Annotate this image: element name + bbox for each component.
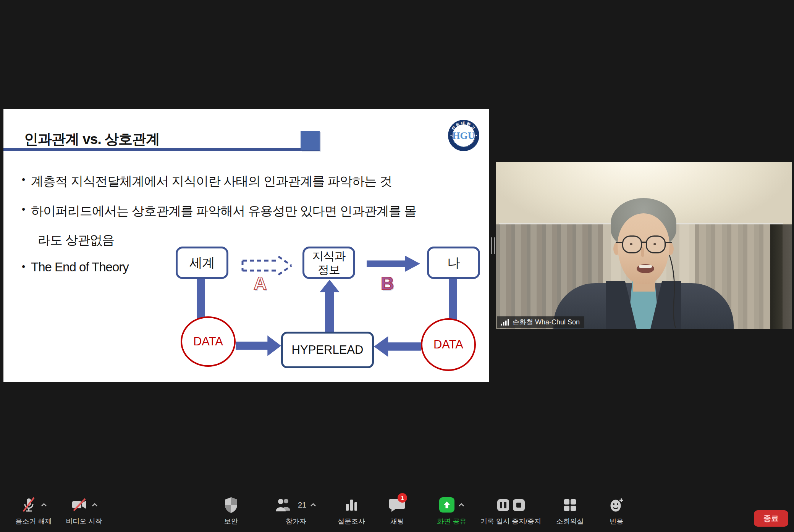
participants-icon	[276, 498, 294, 512]
participant-name: 손화철 Wha-Chul Son	[513, 318, 580, 327]
security-label: 보안	[224, 517, 238, 526]
bullet-text: 하이퍼리드에서는 상호관계를 파악해서 유용성만 있다면 인과관계를 몰	[31, 204, 416, 218]
chevron-up-icon[interactable]	[41, 503, 47, 507]
start-video-button[interactable]: 비디오 시작	[53, 496, 115, 526]
end-meeting-button[interactable]: 종료	[754, 510, 788, 527]
security-button[interactable]: 보안	[212, 496, 250, 526]
record-label: 기록 일시 중지/중지	[480, 517, 541, 526]
solid-arrow-b	[367, 256, 420, 272]
participants-label: 참가자	[286, 517, 306, 526]
chat-button[interactable]: 1 채팅	[380, 496, 414, 526]
glasses-temple-right	[665, 242, 672, 243]
bullet-text: 라도 상관없음	[38, 233, 114, 247]
participant-video: 손화철 Wha-Chul Son	[496, 162, 792, 329]
earphone-wire	[664, 251, 681, 328]
microphone-muted-icon	[20, 496, 37, 514]
share-screen-icon	[439, 497, 454, 513]
reactions-smiley-icon	[609, 497, 625, 513]
diagram-node-hyperlead: HYPERLEAD	[281, 332, 374, 368]
unmute-label: 음소거 해제	[15, 517, 52, 526]
bullet-line-3: • The End of Theory	[31, 260, 129, 274]
glasses-temple-left	[616, 242, 623, 243]
logo-monogram: HGU	[452, 130, 475, 141]
connector-world-to-data	[197, 279, 205, 322]
chat-label: 채팅	[390, 517, 404, 526]
diagram-node-knowledge: 지식과 정보	[302, 247, 355, 279]
arrow-dataleft-to-hyperlead	[236, 335, 281, 356]
diagram-node-me: 나	[427, 247, 480, 279]
diagram-node-world: 세계	[176, 247, 228, 279]
bullet-line-1: • 계층적 지식전달체계에서 지식이란 사태의 인과관계를 파악하는 것	[31, 173, 392, 190]
pause-recording-icon[interactable]	[497, 499, 509, 511]
person-eye-right	[653, 243, 656, 245]
participants-count: 21	[298, 501, 306, 509]
record-controls[interactable]: 기록 일시 중지/중지	[479, 496, 542, 526]
panel-resize-handle[interactable]	[491, 237, 495, 254]
diagram-node-data-left: DATA	[181, 316, 236, 367]
node-knowledge-line2: 정보	[318, 263, 340, 277]
diagram-label-a: A	[254, 273, 267, 294]
share-screen-button[interactable]: 화면 공유	[427, 496, 477, 526]
connector-me-to-data	[449, 279, 457, 320]
reactions-label: 반응	[610, 517, 624, 526]
reactions-button[interactable]: 반응	[600, 496, 633, 526]
diagram-label-b: B	[381, 273, 394, 294]
title-accent-square	[301, 131, 320, 150]
title-underline	[3, 148, 320, 151]
share-screen-label: 화면 공유	[437, 517, 466, 526]
breakout-grid-icon	[564, 499, 576, 511]
slide-title: 인과관계 vs. 상호관계	[24, 130, 160, 149]
wall-sliver	[783, 224, 792, 329]
bullet-line-2-continued: 라도 상관없음	[38, 232, 114, 249]
bullet-marker: •	[22, 261, 25, 272]
signal-strength-icon	[501, 319, 509, 326]
chevron-up-icon[interactable]	[458, 503, 464, 507]
person-teeth	[639, 265, 652, 268]
chevron-up-icon[interactable]	[310, 503, 316, 507]
node-knowledge-line1: 지식과	[312, 249, 346, 263]
chat-unread-badge: 1	[398, 493, 407, 503]
chevron-up-icon[interactable]	[92, 503, 98, 507]
polls-label: 설문조사	[338, 517, 365, 526]
participants-button[interactable]: 21 참가자	[267, 496, 325, 526]
person-mouth	[637, 264, 654, 273]
person-eye-left	[630, 243, 632, 245]
arrow-dataright-to-hyperlead	[374, 336, 421, 357]
bar-chart-icon	[344, 498, 359, 512]
curtain-gap	[770, 224, 783, 329]
up-arrow-hyperlead-to-knowledge	[320, 280, 340, 332]
person-nose	[641, 247, 644, 257]
university-logo: 한동대학교 HANDONG GLOBAL UNIVERSITY HGU	[448, 119, 480, 152]
bullet-line-2: • 하이퍼리드에서는 상호관계를 파악해서 유용성만 있다면 인과관계를 몰	[31, 203, 416, 220]
polls-button[interactable]: 설문조사	[332, 496, 370, 526]
shared-slide: 인과관계 vs. 상호관계 한동대학교 HANDONG GLOBAL UNIVE…	[3, 109, 489, 382]
participant-name-tag: 손화철 Wha-Chul Son	[497, 316, 584, 328]
handle-bar	[494, 237, 495, 254]
breakout-rooms-button[interactable]: 소회의실	[550, 496, 590, 526]
camera-off-icon	[70, 497, 88, 513]
bullet-marker: •	[22, 174, 25, 185]
handle-bar	[491, 237, 492, 254]
glasses-bridge	[642, 242, 646, 243]
breakout-rooms-label: 소회의실	[556, 517, 584, 526]
bullet-marker: •	[22, 203, 25, 215]
start-video-label: 비디오 시작	[66, 517, 102, 526]
stop-recording-icon[interactable]	[513, 499, 525, 511]
shield-icon	[223, 497, 239, 513]
diagram-node-data-right: DATA	[421, 318, 476, 371]
dashed-arrow-a	[240, 255, 294, 276]
bullet-text: 계층적 지식전달체계에서 지식이란 사태의 인과관계를 파악하는 것	[31, 174, 392, 188]
bullet-text: The End of Theory	[31, 260, 129, 274]
